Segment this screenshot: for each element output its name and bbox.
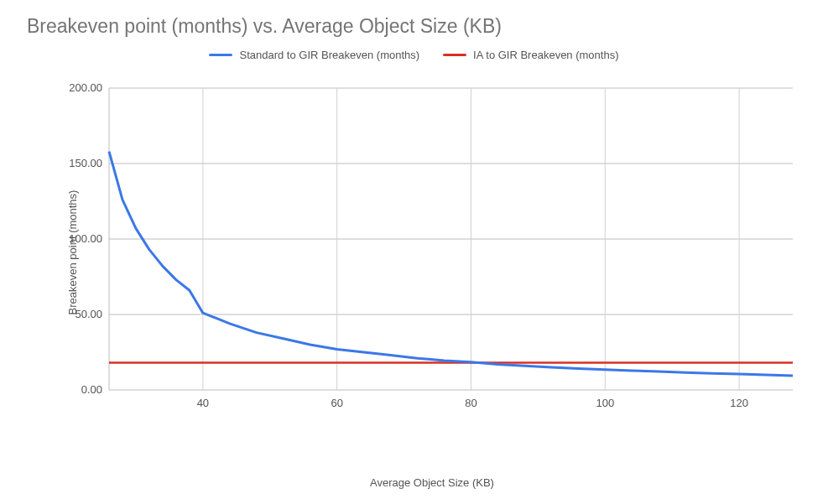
svg-text:80: 80: [465, 397, 476, 409]
legend-label: Standard to GIR Breakeven (months): [239, 49, 419, 61]
plot-area: 0.0050.00100.00150.00200.00 406080100120: [63, 80, 801, 423]
x-axis-label: Average Object Size (KB): [63, 476, 801, 489]
chart-title: Breakeven point (months) vs. Average Obj…: [27, 15, 502, 38]
legend-swatch-icon: [443, 54, 466, 56]
legend-swatch-icon: [209, 54, 232, 56]
svg-text:100.00: 100.00: [69, 232, 102, 245]
legend-item-ia: IA to GIR Breakeven (months): [443, 49, 618, 61]
chart-container: Breakeven point (months) vs. Average Obj…: [0, 0, 828, 504]
svg-text:60: 60: [331, 397, 342, 409]
legend-item-standard: Standard to GIR Breakeven (months): [209, 49, 419, 61]
svg-text:40: 40: [197, 397, 209, 409]
series-standard-to-gir: [109, 152, 793, 376]
svg-text:200.00: 200.00: [69, 81, 102, 94]
svg-text:150.00: 150.00: [69, 157, 102, 169]
legend-label: IA to GIR Breakeven (months): [473, 49, 618, 61]
legend: Standard to GIR Breakeven (months) IA to…: [0, 49, 828, 61]
svg-text:50.00: 50.00: [75, 308, 102, 320]
svg-text:0.00: 0.00: [81, 383, 102, 396]
svg-text:100: 100: [596, 397, 614, 409]
svg-text:120: 120: [730, 397, 748, 409]
